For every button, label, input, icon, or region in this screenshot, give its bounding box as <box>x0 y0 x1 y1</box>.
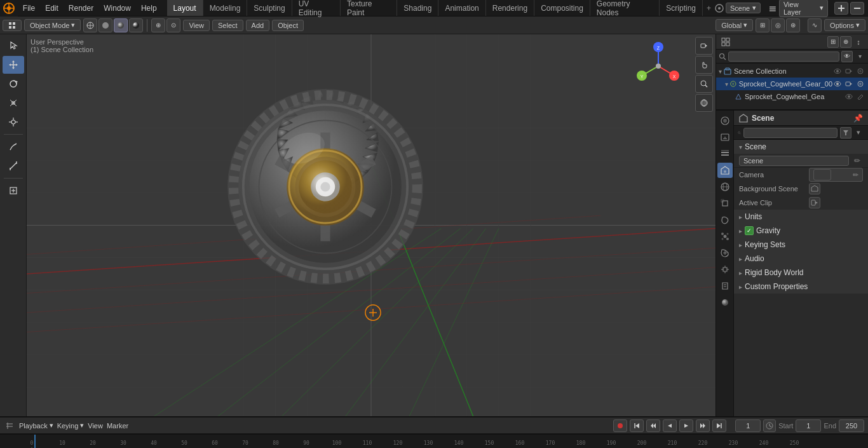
add-btn[interactable]: Add <box>246 20 270 31</box>
units-section[interactable]: ▸ Units <box>734 210 868 224</box>
outliner-row-scene-collection[interactable]: ▾ Scene Collection <box>716 65 868 78</box>
prop-icon-material[interactable] <box>717 295 733 310</box>
transform-tool[interactable] <box>3 113 24 131</box>
prop-icon-data[interactable] <box>717 278 733 294</box>
new-scene-btn[interactable] <box>834 2 848 15</box>
prop-icon-viewlayer[interactable] <box>717 146 733 161</box>
outliner-editor-icon[interactable] <box>720 36 731 48</box>
graph-icon[interactable]: ∿ <box>808 18 822 32</box>
jump-back-btn[interactable] <box>646 419 660 432</box>
world-icon-btn[interactable] <box>695 94 713 112</box>
active-clip-icon-btn[interactable] <box>809 197 820 208</box>
prop-expand-btn[interactable]: ▾ <box>853 127 864 139</box>
audio-section[interactable]: ▸ Audio <box>734 252 868 266</box>
outliner-row-submesh[interactable]: Sprocket_Cogwheel_Gea <box>716 90 868 103</box>
scene-name-input[interactable] <box>739 156 849 166</box>
outliner-submesh-eye[interactable] <box>844 92 854 102</box>
proportional-edit-btn[interactable]: ◎ <box>771 18 785 32</box>
view-btn[interactable]: View <box>183 20 210 31</box>
timeline-strip[interactable]: 0 10 20 30 40 50 60 70 80 90 1 <box>0 434 868 448</box>
prop-scene-section[interactable]: ▾ Scene <box>734 140 868 154</box>
play-reverse-btn[interactable] <box>663 419 677 432</box>
record-btn[interactable] <box>613 419 627 432</box>
add-workspace-tab[interactable]: + <box>703 4 715 13</box>
viewport-shading-material[interactable] <box>114 18 128 32</box>
nav-gizmo[interactable]: Z X Y <box>633 41 684 92</box>
outliner-gear-eye[interactable] <box>832 79 843 89</box>
tab-layout[interactable]: Layout <box>167 0 203 16</box>
select-btn[interactable]: Select <box>212 20 243 31</box>
outliner-sort-btn[interactable]: ↕ <box>853 36 864 48</box>
annotate-tool[interactable] <box>3 138 24 156</box>
measure-tool[interactable] <box>3 157 24 175</box>
marker-menu[interactable]: Marker <box>107 422 128 430</box>
snap-btn[interactable]: ⊞ <box>756 18 770 32</box>
gravity-checkbox[interactable]: ✓ <box>745 226 754 235</box>
viewport-shading-solid[interactable] <box>98 18 112 32</box>
keying-menu[interactable]: Keying▾ <box>57 421 85 430</box>
outliner-submesh-pencil[interactable] <box>855 92 865 102</box>
tab-modeling[interactable]: Modeling <box>203 0 248 16</box>
outliner-eye-toggle[interactable]: 👁 <box>841 51 853 62</box>
scale-tool[interactable] <box>3 94 24 112</box>
outliner-filter-toggle[interactable]: ▾ <box>854 51 865 62</box>
outliner-eye-icon[interactable] <box>832 66 843 76</box>
viewport-3d[interactable]: User Perspective (1) Scene Collection Z … <box>27 34 715 416</box>
prop-icon-scene[interactable] <box>717 163 733 178</box>
jump-next-btn[interactable] <box>696 419 710 432</box>
outliner-search-input[interactable] <box>728 51 839 62</box>
menu-window[interactable]: Window <box>98 0 136 16</box>
prop-icon-constraints[interactable] <box>717 262 733 277</box>
prop-search-input[interactable] <box>743 128 837 138</box>
cursor-tool[interactable] <box>3 37 24 55</box>
gizmo-btn[interactable]: ⊙ <box>166 18 180 32</box>
overlay-btn[interactable]: ⊕ <box>151 18 165 32</box>
menu-file[interactable]: File <box>18 0 40 16</box>
prop-icon-render[interactable] <box>717 113 733 128</box>
camera-edit-btn[interactable]: ✏ <box>853 171 858 179</box>
scene-selector[interactable]: Scene ▾ <box>726 3 761 13</box>
editor-type-btn[interactable] <box>3 20 22 31</box>
outliner-filter-btn[interactable]: ⊞ <box>827 36 839 48</box>
jump-end-btn[interactable] <box>712 419 726 432</box>
options-btn[interactable]: Options ▾ <box>824 19 865 31</box>
hand-tool-btn[interactable] <box>695 56 713 74</box>
timeline-view-menu[interactable]: View <box>88 422 103 430</box>
view-camera-btn[interactable] <box>695 37 713 55</box>
prop-icon-physics[interactable] <box>717 245 733 261</box>
zoom-btn[interactable] <box>695 75 713 93</box>
move-tool[interactable] <box>3 56 24 74</box>
object-btn[interactable]: Object <box>272 20 304 31</box>
tab-rendering[interactable]: Rendering <box>486 0 534 16</box>
tab-compositing[interactable]: Compositing <box>534 0 590 16</box>
jump-start-btn[interactable] <box>630 419 644 432</box>
prop-filter-btn[interactable] <box>840 127 851 139</box>
tab-texture-paint[interactable]: Texture Paint <box>341 0 397 16</box>
outliner-render-icon[interactable] <box>855 66 865 76</box>
current-frame-input[interactable]: 1 <box>735 419 761 432</box>
menu-edit[interactable]: Edit <box>40 0 64 16</box>
scene-name-edit-btn[interactable]: ✏ <box>851 155 863 166</box>
tab-shading[interactable]: Shading <box>397 0 438 16</box>
prop-icon-modifier[interactable] <box>717 212 733 227</box>
object-mode-btn[interactable]: Object Mode ▾ <box>24 19 81 31</box>
gravity-section[interactable]: ▸ ✓ Gravity <box>734 224 868 238</box>
tab-sculpting[interactable]: Sculpting <box>247 0 292 16</box>
timeline-ruler[interactable]: 0 10 20 30 40 50 60 70 80 90 1 <box>0 435 868 448</box>
view-layer-selector[interactable]: View Layer ▾ <box>779 0 828 17</box>
delete-scene-btn[interactable] <box>850 2 864 15</box>
add-object-tool[interactable] <box>3 182 24 200</box>
viewport-shading-rendered[interactable] <box>129 18 143 32</box>
viewport-shading-wireframe[interactable] <box>83 18 97 32</box>
outliner-search-btn[interactable]: ⊕ <box>840 36 851 48</box>
play-btn[interactable] <box>679 419 693 432</box>
transform-global-btn[interactable]: Global ▾ <box>715 19 753 31</box>
rotate-tool[interactable] <box>3 75 24 93</box>
outliner-gear-camera[interactable] <box>844 79 854 89</box>
outliner-camera-icon[interactable] <box>844 66 854 76</box>
outliner-row-gear[interactable]: ▾ Sprocket_Cogwheel_Gear_00 <box>716 78 868 90</box>
camera-value[interactable]: ✏ <box>809 168 863 182</box>
prop-icon-particles[interactable] <box>717 229 733 244</box>
custom-props-section[interactable]: ▸ Custom Properties <box>734 280 868 294</box>
tab-uv-editing[interactable]: UV Editing <box>292 0 341 16</box>
